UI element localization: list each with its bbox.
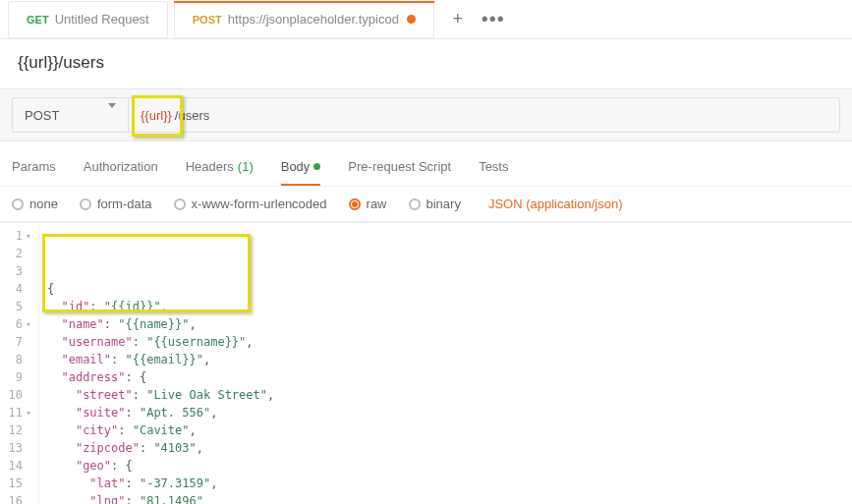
code-line[interactable]: "street": "Live Oak Street",	[47, 386, 844, 404]
url-path: /users	[175, 108, 209, 123]
tab-headers[interactable]: Headers (1)	[186, 159, 254, 186]
unsaved-dot-icon	[407, 15, 416, 24]
code-line[interactable]: "name": "{{name}}",	[47, 315, 844, 333]
radio-icon	[12, 198, 24, 210]
gutter-line: 2	[0, 245, 36, 262]
code-line[interactable]: {	[47, 280, 844, 298]
content-type-select[interactable]: JSON (application/json)	[488, 196, 623, 211]
gutter-line: 10	[0, 386, 36, 404]
request-tab-0[interactable]: GET Untitled Request	[8, 1, 168, 38]
new-tab-button[interactable]: +	[440, 2, 476, 37]
gutter-line: 3	[0, 262, 36, 280]
body-type-row: none form-data x-www-form-urlencoded raw…	[0, 187, 852, 222]
chevron-down-icon	[108, 108, 116, 123]
tab-pre-request-script[interactable]: Pre-request Script	[348, 159, 451, 186]
gutter-line: 13	[0, 439, 36, 457]
method-url-row: POST {{url}} /users	[0, 88, 852, 141]
code-line[interactable]: "lng": "81.1496"	[47, 492, 844, 504]
gutter-line: 15	[0, 475, 36, 492]
gutter-line: 11▾	[0, 404, 36, 421]
gutter-line: 12	[0, 421, 36, 439]
headers-count: (1)	[238, 159, 254, 174]
tab-method: GET	[27, 14, 49, 26]
body-type-form-data[interactable]: form-data	[80, 196, 152, 211]
radio-icon	[80, 198, 91, 210]
code-line[interactable]: "address": {	[47, 368, 844, 386]
gutter-line: 6▾	[0, 315, 36, 333]
editor-code-area[interactable]: { "id": "{{id}}", "name": "{{name}}", "u…	[39, 223, 852, 504]
tab-authorization[interactable]: Authorization	[84, 159, 158, 186]
tab-params[interactable]: Params	[12, 159, 56, 186]
method-select-value: POST	[25, 108, 59, 123]
body-type-x-www-form-urlencoded[interactable]: x-www-form-urlencoded	[174, 196, 327, 211]
gutter-line: 4	[0, 280, 36, 298]
tab-body[interactable]: Body	[281, 159, 321, 186]
tab-overflow-button[interactable]: •••	[476, 2, 511, 37]
gutter-line: 16	[0, 492, 36, 504]
url-input[interactable]: {{url}} /users	[128, 97, 840, 133]
radio-icon	[409, 198, 421, 210]
tabs-bar: GET Untitled Request POST https://jsonpl…	[0, 0, 852, 39]
request-tab-1[interactable]: POST https://jsonplaceholder.typicod	[174, 1, 434, 38]
code-line[interactable]: "zipcode": "4103",	[47, 439, 844, 457]
body-type-binary[interactable]: binary	[409, 196, 461, 211]
tab-method: POST	[193, 14, 222, 26]
code-line[interactable]: "geo": {	[47, 457, 844, 475]
gutter-line: 9	[0, 368, 36, 386]
body-editor[interactable]: 1▾23456▾7891011▾12131415161718▾ { "id": …	[0, 222, 852, 504]
gutter-line: 1▾	[0, 227, 36, 245]
editor-gutter: 1▾23456▾7891011▾12131415161718▾	[0, 223, 39, 504]
code-line[interactable]: "lat": "-37.3159",	[47, 475, 844, 492]
tab-title: Untitled Request	[55, 12, 149, 27]
body-modified-dot-icon	[313, 163, 320, 170]
gutter-line: 5	[0, 298, 36, 315]
body-type-raw[interactable]: raw	[349, 196, 387, 211]
body-type-none[interactable]: none	[12, 196, 58, 211]
code-line[interactable]: "suite": "Apt. 556",	[47, 404, 844, 421]
code-line[interactable]: "city": "Cavite",	[47, 421, 844, 439]
code-line[interactable]: "id": "{{id}}",	[47, 298, 844, 315]
method-select[interactable]: POST	[12, 97, 128, 133]
gutter-line: 8	[0, 351, 36, 368]
request-sub-tabs: Params Authorization Headers (1) Body Pr…	[0, 141, 852, 187]
gutter-line: 14	[0, 457, 36, 475]
gutter-line: 7	[0, 333, 36, 351]
request-title[interactable]: {{url}}/users	[0, 39, 852, 88]
radio-icon	[174, 198, 186, 210]
code-line[interactable]: "email": "{{email}}",	[47, 351, 844, 368]
tab-tests[interactable]: Tests	[479, 159, 508, 186]
url-variable-token: {{url}}	[139, 108, 174, 123]
code-line[interactable]: "username": "{{username}}",	[47, 333, 844, 351]
radio-icon	[349, 198, 361, 210]
tab-title: https://jsonplaceholder.typicod	[228, 12, 399, 27]
